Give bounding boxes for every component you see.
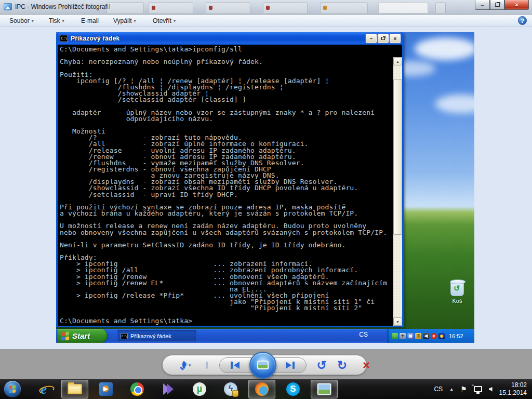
- zoom-icon[interactable]: [182, 361, 185, 369]
- win7-taskbar: e µ ϟ S CS ▲ ⚑ 18:02 15.1.2014: [0, 379, 532, 399]
- close-button[interactable]: ×: [504, 0, 529, 10]
- cmd-titlebar: C:\ Příkazový řádek – ×: [58, 32, 402, 45]
- recycle-bin-label: Koš: [442, 298, 473, 304]
- menu-vypalit[interactable]: Vypálit▾: [110, 16, 139, 25]
- viewer-menubar: Soubor▾ Tisk▾ E-mail Vypálit▾ Otevřít▾ ?: [0, 15, 532, 26]
- background-tab: [107, 2, 144, 13]
- menu-email[interactable]: E-mail: [78, 16, 102, 25]
- background-new-tab: [435, 2, 446, 13]
- rotate-counterclockwise-button[interactable]: ↺: [317, 360, 327, 370]
- cmd-console: C:\Documents and Settings\tatka>ipconfig…: [58, 45, 402, 326]
- start-orb[interactable]: [4, 381, 21, 397]
- background-tab: [263, 2, 308, 13]
- screen: IPC - Windows Prohlížeč fotografií – × S…: [0, 0, 532, 399]
- skype-icon: S: [286, 382, 300, 396]
- xp-start-button: Start: [57, 329, 107, 343]
- daemon-tools-icon: ϟ: [224, 382, 237, 396]
- kmplayer-icon: [163, 383, 174, 395]
- cmd-icon: C:\: [121, 333, 128, 339]
- actual-size-icon[interactable]: [206, 362, 208, 369]
- taskbar-utorrent[interactable]: µ: [186, 380, 213, 398]
- cmd-window-controls: – ×: [366, 34, 401, 43]
- delete-button[interactable]: ×: [363, 360, 370, 370]
- scroll-down-icon: ▼: [393, 317, 402, 326]
- xp-taskbar: Start C:\ Příkazový řádek CS ↓ ✛ ▣ ⚿ ◀ x…: [56, 329, 474, 343]
- viewer-titlebar: IPC - Windows Prohlížeč fotografií – ×: [0, 0, 532, 15]
- hidden-icons-caret-icon[interactable]: ▲: [449, 387, 454, 392]
- navigation-group: [219, 352, 307, 379]
- menu-tisk[interactable]: Tisk▾: [46, 16, 68, 25]
- tray-clock[interactable]: 18:02 15.1.2014: [499, 381, 527, 397]
- taskbar-daemon-tools[interactable]: ϟ: [217, 380, 244, 398]
- volume-icon: ◀: [423, 333, 429, 339]
- scroll-up-icon: ▲: [393, 57, 402, 65]
- media-player-icon: [99, 382, 113, 396]
- background-tab: [149, 2, 193, 13]
- menu-otevrit[interactable]: Otevřít▾: [150, 16, 179, 25]
- cmd-icon: C:\: [60, 35, 68, 42]
- next-button[interactable]: [274, 357, 307, 373]
- win7-system-tray: CS ▲ ⚑ 18:02 15.1.2014: [434, 379, 532, 399]
- cmd-title: Příkazový řádek: [71, 35, 119, 42]
- update-arrow-icon: ↓: [392, 333, 398, 339]
- wireless-icon: ◉: [438, 333, 445, 339]
- console-text: C:\Documents and Settings\tatka>ipconfig…: [60, 46, 387, 324]
- xp-language-indicator: CS: [359, 331, 368, 338]
- utorrent-icon: µ: [193, 382, 206, 396]
- scrollbar-thumb: [393, 79, 402, 235]
- taskbar-photo-viewer[interactable]: [311, 380, 338, 398]
- help-icon[interactable]: ?: [518, 16, 527, 25]
- taskbar-skype[interactable]: S: [280, 380, 307, 398]
- viewer-controls: ▾ ↺ ↻ ×: [162, 355, 367, 375]
- viewer-bottom-bar: ▾ ↺ ↻ ×: [0, 349, 532, 379]
- firefox-icon: [255, 382, 269, 396]
- play-slideshow-button[interactable]: [249, 352, 276, 379]
- folder-icon: [68, 384, 82, 394]
- chevron-down-icon: ▾: [134, 19, 136, 23]
- taskbar-media-player[interactable]: [92, 380, 119, 398]
- internet-explorer-icon: e: [41, 381, 47, 397]
- speaker-icon[interactable]: [489, 387, 493, 392]
- tray-date: 15.1.2014: [499, 389, 527, 397]
- displayed-photo-xp-screenshot: Koš C:\ Příkazový řádek – × C:\Documents…: [56, 32, 474, 343]
- xp-task-button: C:\ Příkazový řádek: [117, 330, 196, 342]
- tools-icon: ✛: [400, 333, 406, 339]
- chrome-icon: [130, 382, 144, 396]
- zoom-dropdown-arrow-icon[interactable]: ▾: [189, 363, 191, 368]
- taskbar-chrome[interactable]: [124, 380, 151, 398]
- cmd-close-button: ×: [390, 34, 401, 43]
- language-indicator[interactable]: CS: [434, 385, 443, 393]
- chevron-down-icon: ▾: [62, 19, 64, 23]
- cloud: [415, 37, 474, 60]
- window-title: IPC - Windows Prohlížeč fotografií: [15, 3, 110, 10]
- taskbar-kmplayer[interactable]: [155, 380, 182, 398]
- minimize-button[interactable]: –: [475, 0, 490, 10]
- viewer-canvas: Koš C:\ Příkazový řádek – × C:\Documents…: [0, 26, 532, 349]
- rotate-clockwise-button[interactable]: ↻: [337, 360, 347, 370]
- background-tab: [206, 2, 250, 13]
- network-computers-icon: ▣: [407, 333, 414, 339]
- previous-button[interactable]: [219, 357, 251, 373]
- cmd-restore-button: [378, 34, 389, 43]
- background-tab: [378, 2, 428, 13]
- taskbar-internet-explorer[interactable]: e: [30, 380, 57, 398]
- windows-flag-icon: [61, 331, 70, 340]
- xp-start-label: Start: [72, 331, 90, 340]
- recycle-bin-icon: [450, 281, 464, 296]
- maximize-button[interactable]: [490, 0, 504, 10]
- taskbar-windows-explorer[interactable]: [61, 380, 88, 398]
- action-center-flag-icon[interactable]: ⚑: [460, 385, 467, 393]
- network-icon[interactable]: [474, 386, 482, 392]
- window-controls: – ×: [475, 0, 529, 10]
- taskbar-firefox[interactable]: [248, 380, 275, 398]
- security-shield-icon: x: [431, 333, 437, 339]
- photo-viewer-app-icon: [4, 3, 12, 10]
- command-prompt-window: C:\ Příkazový řádek – × C:\Documents and…: [56, 32, 404, 327]
- xp-clock: 16:52: [449, 333, 463, 339]
- keys-icon: ⚿: [415, 333, 421, 339]
- slideshow-icon: [257, 361, 269, 369]
- menu-soubor[interactable]: Soubor▾: [6, 16, 37, 25]
- recycle-bin: Koš: [442, 281, 473, 304]
- windows-flag-icon: [9, 385, 17, 393]
- xp-system-tray: ↓ ✛ ▣ ⚿ ◀ x ◉ 16:52: [387, 329, 474, 343]
